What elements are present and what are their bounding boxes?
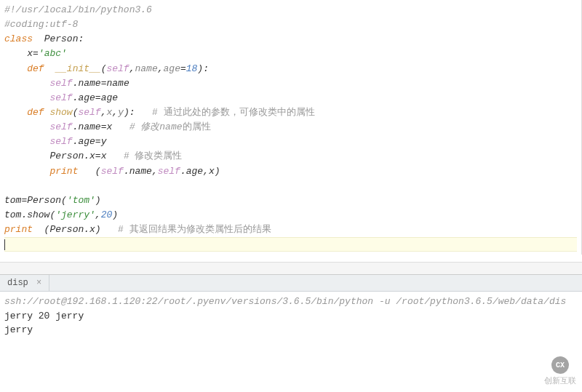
code-editor[interactable]: #!/usr/local/bin/python3.6 #coding:utf-8…: [0, 0, 582, 255]
output-line-2: jerry: [4, 323, 578, 337]
show-def-line: def show(self,x,y): # 通过此处的参数，可修改类中的属性: [4, 105, 577, 120]
tom-show-line: tom.show('jerry',20): [4, 208, 577, 223]
class-attr-line: x='abc': [4, 47, 577, 61]
shebang-line: #!/usr/local/bin/python3.6: [4, 3, 577, 17]
show-name-line: self.name=x # 修改name的属性: [4, 120, 577, 135]
init-age-line: self.age=age: [4, 91, 577, 105]
coding-line: #coding:utf-8: [4, 17, 577, 32]
cursor-line[interactable]: [4, 237, 577, 252]
blank-line: [4, 179, 577, 193]
tom-new-line: tom=Persontom=Person(('tom'): [4, 193, 577, 208]
console-tab-bar: disp ×: [0, 275, 582, 292]
console-output[interactable]: ssh://root@192.168.1.120:22/root/.pyenv/…: [0, 292, 582, 340]
show-age-line: self.age=y: [4, 135, 577, 149]
print-personx-line: print (Person.x) # 其返回结果为修改类属性后的结果: [4, 223, 577, 237]
watermark: CX 创新互联: [544, 356, 576, 386]
init-def-line: def __init__(self,name,age=18):: [4, 62, 577, 76]
show-personx-line: Person.x=x # 修改类属性: [4, 149, 577, 164]
tab-label: disp: [7, 278, 28, 288]
panel-separator[interactable]: [0, 262, 582, 275]
ssh-connection-line: ssh://root@192.168.1.120:22/root/.pyenv/…: [4, 295, 578, 309]
class-def-line: class Person:: [4, 32, 577, 47]
tab-disp[interactable]: disp ×: [0, 275, 49, 291]
watermark-logo: CX: [551, 356, 569, 374]
watermark-text: 创新互联: [544, 375, 576, 386]
output-line-1: jerry 20 jerry: [4, 309, 578, 324]
close-icon[interactable]: ×: [36, 278, 41, 288]
show-print-line: print (self.name,self.age,x): [4, 164, 577, 179]
text-cursor: [4, 239, 5, 250]
init-name-line: self.name=name: [4, 76, 577, 91]
